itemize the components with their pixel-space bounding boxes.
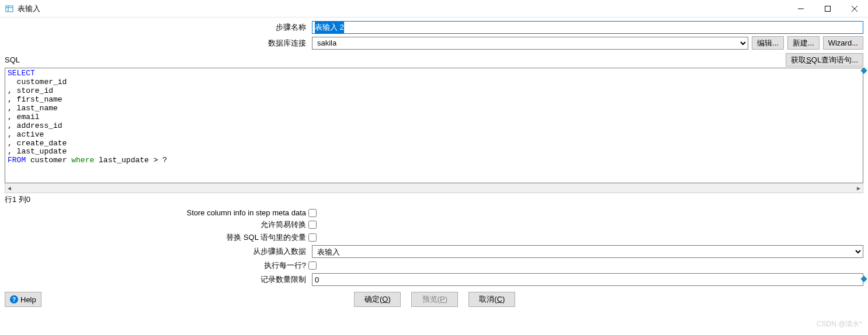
window-title: 表输入: [18, 4, 40, 14]
store-col-info-label: Store column info in step meta data: [5, 208, 308, 217]
maximize-button[interactable]: [814, 0, 841, 18]
exec-each-row-label: 执行每一行?: [5, 260, 308, 271]
limit-input[interactable]: [312, 273, 863, 286]
ok-button[interactable]: 确定(O): [354, 292, 401, 307]
from-step-label: 从步骤插入数据: [5, 246, 308, 257]
scroll-right-icon[interactable]: ►: [856, 185, 862, 191]
exec-each-row-checkbox[interactable]: [308, 261, 317, 270]
svg-rect-0: [6, 6, 13, 12]
cursor-status: 行1 列0: [5, 193, 863, 208]
table-input-icon: [5, 4, 14, 13]
close-button[interactable]: [841, 0, 868, 18]
allow-lazy-checkbox[interactable]: [308, 221, 317, 229]
replace-vars-checkbox[interactable]: [308, 233, 317, 242]
new-button[interactable]: 新建...: [787, 36, 820, 50]
replace-vars-label: 替换 SQL 语句里的变量: [5, 232, 308, 243]
cancel-button[interactable]: 取消(C): [468, 292, 515, 307]
allow-lazy-label: 允许简易转换: [5, 219, 308, 230]
scroll-left-icon[interactable]: ◄: [6, 185, 12, 191]
svg-rect-4: [825, 6, 831, 11]
minimize-button[interactable]: [787, 0, 814, 18]
horizontal-scrollbar[interactable]: ◄ ►: [5, 183, 863, 193]
wizard-button[interactable]: Wizard...: [823, 36, 863, 50]
db-connection-label: 数据库连接: [5, 38, 308, 48]
edit-button[interactable]: 编辑...: [752, 36, 784, 50]
help-icon: ?: [10, 295, 18, 303]
db-connection-select[interactable]: sakila: [312, 37, 748, 50]
limit-label: 记录数量限制: [5, 274, 308, 285]
get-sql-query-button[interactable]: 获取SQL查询语句...: [786, 53, 863, 67]
help-button[interactable]: ? Help: [5, 292, 41, 307]
sql-textarea[interactable]: SELECT customer_id , store_id , first_na…: [5, 68, 863, 183]
from-step-select[interactable]: 表输入: [312, 245, 863, 258]
titlebar: 表输入: [0, 0, 868, 18]
preview-button[interactable]: 预览(P): [411, 292, 458, 307]
sql-label: SQL: [5, 55, 786, 64]
store-col-info-checkbox[interactable]: [308, 209, 317, 217]
step-name-input[interactable]: 表输入 2: [312, 21, 863, 34]
window-controls: [787, 0, 868, 18]
step-name-label: 步骤名称: [5, 22, 308, 33]
